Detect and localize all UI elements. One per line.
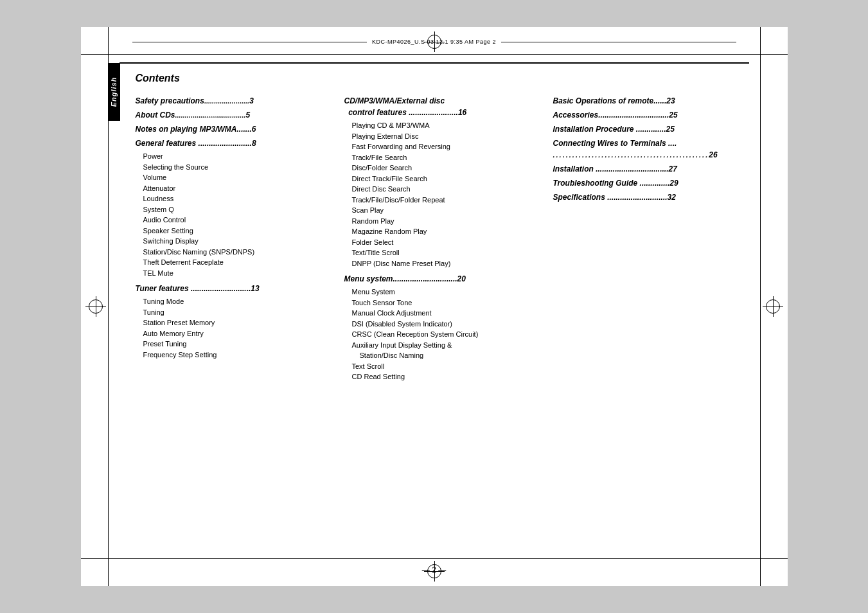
list-item: Fast Forwarding and Reversing (344, 141, 540, 152)
list-item: Track/File Search (344, 152, 540, 163)
list-item: Random Play (344, 216, 540, 227)
list-item: System Q (136, 204, 332, 215)
heading-specifications: Specifications .........................… (553, 193, 676, 202)
list-item: Tuning Mode (136, 296, 332, 307)
column-1: Safety precautions......................… (136, 94, 344, 382)
heading-troubleshooting: Troubleshooting Guide ..............29 (553, 179, 678, 188)
heading-cd-mp3: CD/MP3/WMA/External disc control feature… (344, 96, 467, 117)
heading-safety: Safety precautions......................… (136, 96, 254, 105)
list-item: DSI (Disabled System Indicator) (344, 319, 540, 330)
list-item: Frequency Step Setting (136, 350, 332, 360)
list-item: Selecting the Source (136, 162, 332, 173)
list-item: Disc/Folder Search (344, 163, 540, 173)
heading-general: General features .......................… (136, 139, 256, 148)
bottom-edge-line (81, 558, 788, 559)
list-item: Playing CD & MP3/WMA (344, 120, 540, 131)
column-2: CD/MP3/WMA/External disc control feature… (344, 94, 553, 382)
list-item: Text/Title Scroll (344, 247, 540, 258)
heading-basic-ops: Basic Operations of remote......23 (553, 96, 675, 105)
list-item: Direct Track/File Search (344, 173, 540, 184)
film-info: KDC-MP4026_U.S 03.12.1 9:35 AM Page 2 (367, 39, 501, 45)
list-item: Text Scroll (344, 361, 540, 372)
heading-installation-proc: Installation Procedure ..............25 (553, 125, 675, 134)
heading-about-cds: About CDs...............................… (136, 111, 251, 120)
column-3: Basic Operations of remote......23 Acces… (553, 94, 749, 382)
content-area: Contents Safety precautions.............… (120, 62, 749, 551)
list-item: CRSC (Clean Reception System Circuit) (344, 329, 540, 340)
list-item: Power (136, 151, 332, 162)
list-item: Theft Deterrent Faceplate (136, 257, 332, 268)
list-item: Playing External Disc (344, 131, 540, 142)
list-item: Manual Clock Adjustment (344, 308, 540, 319)
english-sidebar-box: English (109, 63, 120, 121)
heading-accessories: Accessories.............................… (553, 111, 678, 120)
list-item: Auto Memory Entry (136, 328, 332, 339)
heading-installation: Installation ...........................… (553, 164, 677, 173)
list-item: Folder Select (344, 237, 540, 248)
heading-mp3-notes: Notes on playing MP3/WMA.......6 (136, 125, 256, 134)
heading-menu: Menu system.............................… (344, 274, 466, 283)
reg-mark-right (766, 299, 780, 314)
list-item: Tuning (136, 307, 332, 318)
list-item: Scan Play (344, 205, 540, 216)
right-edge-line (760, 27, 761, 586)
top-edge-line (81, 54, 788, 55)
list-item: Auxiliary Input Display Setting & (344, 340, 540, 351)
list-item: TEL Mute (136, 268, 332, 279)
list-item: Station/Disc Naming (SNPS/DNPS) (136, 247, 332, 258)
list-item: Loudness (136, 193, 332, 204)
list-item: Menu System (344, 287, 540, 298)
list-item: Station Preset Memory (136, 317, 332, 328)
page-title: Contents (120, 73, 749, 84)
english-label: English (111, 77, 118, 107)
page-wrapper: KDC-MP4026_U.S 03.12.1 9:35 AM Page 2 En… (81, 27, 788, 586)
film-header: KDC-MP4026_U.S 03.12.1 9:35 AM Page 2 (132, 39, 736, 45)
heading-tuner: Tuner features .........................… (136, 284, 260, 293)
columns-container: Safety precautions......................… (120, 94, 749, 382)
list-item: Switching Display (136, 236, 332, 247)
list-item: Volume (136, 172, 332, 183)
list-item: Touch Sensor Tone (344, 298, 540, 308)
list-item: Attenuator (136, 183, 332, 194)
list-item: DNPP (Disc Name Preset Play) (344, 258, 540, 269)
reg-mark-left (89, 299, 103, 314)
list-item: Magazine Random Play (344, 226, 540, 237)
list-item: Speaker Setting (136, 226, 332, 236)
bottom-page-number: — 2 — (422, 565, 446, 574)
heading-connecting-wires: Connecting Wires to Terminals ..........… (553, 139, 718, 159)
list-item: Track/File/Disc/Folder Repeat (344, 195, 540, 206)
list-item: Direct Disc Search (344, 184, 540, 195)
list-item: Station/Disc Naming (344, 350, 540, 361)
list-item: Preset Tuning (136, 339, 332, 350)
list-item: Audio Control (136, 215, 332, 226)
list-item: CD Read Setting (344, 371, 540, 382)
